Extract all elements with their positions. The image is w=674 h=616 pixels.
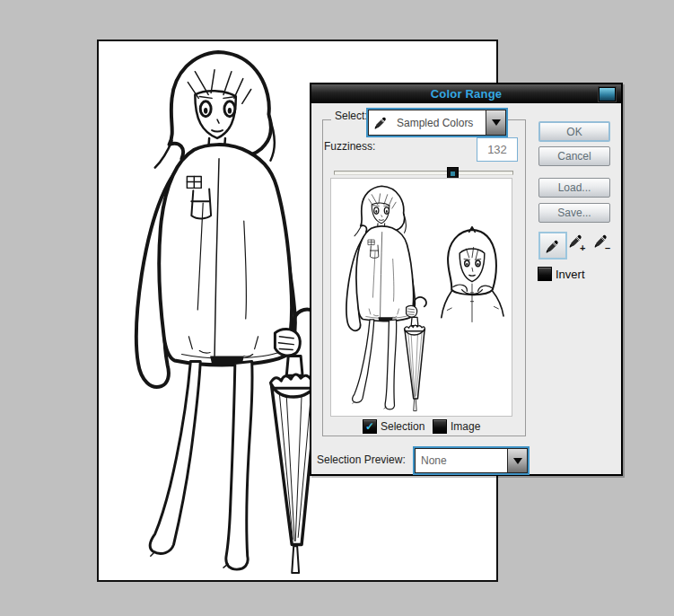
dropdown-arrow-icon bbox=[492, 119, 501, 126]
subtract-from-sample-eyedropper-button[interactable]: – bbox=[594, 233, 616, 255]
minus-glyph: – bbox=[605, 242, 610, 253]
selection-preview-value: None bbox=[416, 454, 507, 467]
selection-toggle[interactable]: ✓ Selection bbox=[363, 419, 425, 434]
add-to-sample-eyedropper-button[interactable]: + bbox=[569, 233, 591, 255]
load-button[interactable]: Load... bbox=[538, 178, 610, 198]
slider-handle-dot bbox=[451, 172, 455, 176]
select-label: Select: bbox=[331, 110, 372, 122]
select-dropdown[interactable]: Sampled Colors bbox=[366, 108, 508, 137]
fuzziness-value: 132 bbox=[487, 143, 507, 156]
dialog-body: Select: Sampled Colors Fuzziness: 132 bbox=[311, 103, 621, 474]
cancel-button[interactable]: Cancel bbox=[538, 146, 610, 166]
selection-toggle-label: Selection bbox=[381, 420, 425, 433]
plus-glyph: + bbox=[580, 242, 585, 253]
selection-preview-dropdown[interactable]: None bbox=[413, 446, 530, 475]
dropdown-arrow-icon bbox=[513, 458, 522, 464]
selection-preview-label: Selection Preview: bbox=[317, 453, 406, 466]
selection-checkbox[interactable]: ✓ bbox=[363, 419, 377, 434]
eyedropper-tool-button[interactable] bbox=[538, 232, 567, 260]
eyedropper-icon bbox=[374, 116, 388, 129]
eyedropper-tools: + – bbox=[538, 232, 619, 259]
invert-label: Invert bbox=[556, 268, 585, 281]
preview-mode-toggles: ✓ Selection ✓ Image bbox=[311, 419, 535, 436]
ok-button[interactable]: OK bbox=[538, 121, 610, 142]
image-toggle-label: Image bbox=[451, 420, 480, 433]
select-dropdown-button[interactable] bbox=[486, 110, 505, 135]
fuzziness-label: Fuzziness: bbox=[324, 140, 375, 153]
color-range-dialog: Color Range Select: Sampled Colors Fuzzi… bbox=[310, 83, 623, 476]
image-checkbox[interactable]: ✓ bbox=[433, 419, 447, 434]
selection-preview-thumbnail[interactable] bbox=[330, 178, 512, 417]
eyedropper-icon bbox=[546, 239, 560, 253]
fuzziness-slider-track[interactable] bbox=[334, 171, 513, 175]
dialog-title: Color Range bbox=[311, 87, 621, 101]
select-dropdown-inner: Sampled Colors bbox=[368, 110, 506, 136]
dialog-titlebar[interactable]: Color Range bbox=[311, 84, 621, 104]
select-dropdown-value: Sampled Colors bbox=[391, 117, 486, 129]
save-button[interactable]: Save... bbox=[538, 203, 610, 223]
preview-artwork bbox=[331, 179, 512, 416]
maximize-icon[interactable] bbox=[599, 87, 616, 101]
selection-preview-dropdown-button[interactable] bbox=[507, 449, 527, 472]
invert-checkbox[interactable]: ✓ bbox=[538, 267, 552, 281]
fuzziness-input[interactable]: 132 bbox=[477, 137, 518, 162]
photoshop-workspace: Color Range Select: Sampled Colors Fuzzi… bbox=[0, 0, 674, 616]
image-toggle[interactable]: ✓ Image bbox=[433, 419, 480, 434]
selection-preview-dropdown-inner: None bbox=[415, 448, 528, 473]
checkmark-icon: ✓ bbox=[365, 421, 374, 432]
invert-option[interactable]: ✓ Invert bbox=[538, 267, 585, 281]
